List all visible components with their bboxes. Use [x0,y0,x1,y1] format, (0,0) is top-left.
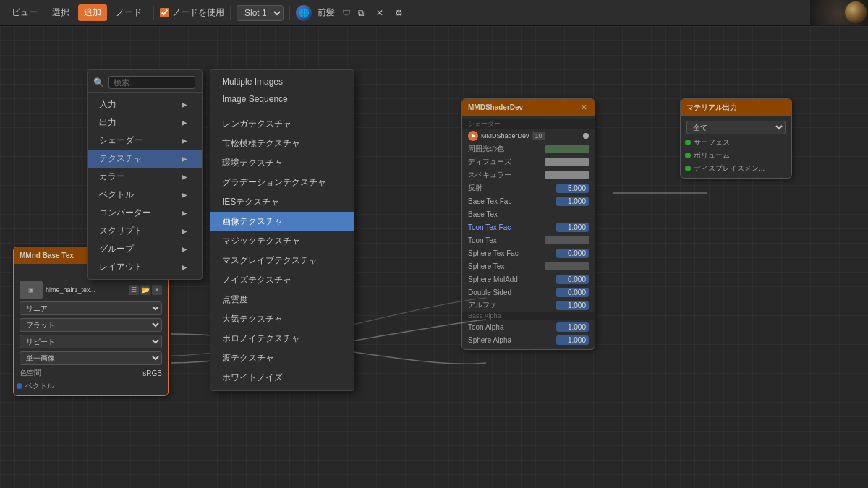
mmd-spheretex-color[interactable] [545,262,589,270]
menu-item-texture[interactable]: テクスチャ ▶ [88,150,202,168]
search-icon: 🔍 [93,77,104,87]
submenu-separator-1 [210,111,354,111]
menu-item-script[interactable]: スクリプト ▶ [88,222,202,240]
toolbar: ビュー 選択 追加 ノード ノードを使用 Slot 1 🌐 前髪 🛡 ⧉ ✕ ⚙ [0,0,868,26]
img-thumbnail: ▣ [20,281,43,299]
basetex-linear-row: リニア [14,300,168,317]
use-nodes-checkbox-label[interactable]: ノードを使用 [160,7,224,19]
submenu-environment[interactable]: 環境テクスチャ [210,153,354,173]
mmd-spheretexfac-value[interactable]: 0.000 [556,249,589,258]
img-browse-btn[interactable]: ☰ [129,285,139,295]
surface-socket-dot [685,140,691,145]
material-dropdown[interactable]: 全て [686,121,786,134]
use-nodes-checkbox[interactable] [160,8,169,17]
surface-label: サーフェス [694,137,730,147]
mmd-basetexfac-value[interactable]: 1.000 [556,197,589,206]
basetex-vector-label: ベクトル [25,381,54,391]
displacement-socket-dot [685,166,691,171]
mmd-doublesided-row: Double Sided 0.000 [462,286,595,299]
mmd-toontex-row: Toon Tex [462,234,595,247]
material-output-node[interactable]: マテリアル出力 全て サーフェス ボリューム ディスプレイスメン... [680,98,792,179]
material-volume-socket: ボリューム [681,149,791,162]
mmd-node-close[interactable]: ✕ [579,103,589,112]
submenu-wave[interactable]: 渡テクスチャ [210,348,354,368]
menu-search-input[interactable] [109,76,195,89]
arrow-icon: ▶ [182,137,187,145]
mmd-spherealpha-label: Sphere Alpha [468,336,511,344]
mmd-node-header[interactable]: MMDShaderDev ✕ [462,99,595,116]
shield-icon: 🛡 [342,8,351,18]
mmd-toonalpha-value[interactable]: 1.000 [556,322,589,332]
mmd-toontex-label: Toon Tex [468,236,497,244]
copy-button[interactable]: ⧉ [354,7,369,20]
submenu-checker[interactable]: 市松模様テクスチャ [210,134,354,153]
menu-item-label: グループ [99,243,134,255]
toolbar-add[interactable]: 追加 [78,4,107,21]
mmd-reflect-value[interactable]: 5.000 [556,184,589,193]
submenu-musgrave[interactable]: マスグレイブテクスチャ [210,251,354,270]
menu-item-label: 出力 [99,116,116,129]
submenu-point-density[interactable]: 点雲度 [210,290,354,309]
menu-item-input[interactable]: 入力 ▶ [88,95,202,114]
mmd-node-title: MMDShaderDev [468,103,523,111]
mmd-diffuse-color[interactable] [545,158,589,166]
menu-item-output[interactable]: 出力 ▶ [88,114,202,132]
submenu-brick[interactable]: レンガテクスチャ [210,114,354,134]
mmd-specular-color[interactable] [545,171,589,179]
mmd-alpha-value[interactable]: 1.000 [556,301,589,310]
basetex-single-select[interactable]: 単一画像 [20,351,162,365]
submenu-magic[interactable]: マジックテクスチャ [210,231,354,251]
basetex-repeat-row: リピート [14,333,168,350]
submenu-image-texture[interactable]: 画像テクスチャ [210,212,354,231]
menu-item-label: スクリプト [99,225,142,237]
menu-item-converter[interactable]: コンバーター ▶ [88,204,202,222]
mmd-specular-row: スペキュラー [462,168,595,181]
menu-item-shader[interactable]: シェーダー ▶ [88,132,202,150]
mmd-alpha-label: アルファ [468,300,497,310]
mmd-ambient-row: 周囲光の色 [462,142,595,155]
mmd-doublesided-value[interactable]: 0.000 [556,288,589,297]
submenu-voronoi[interactable]: ボロノイテクスチャ [210,329,354,348]
basetex-repeat-select[interactable]: リピート [20,335,162,348]
settings-button[interactable]: ⚙ [391,7,407,20]
add-dropdown-menu: 🔍 入力 ▶ 出力 ▶ シェーダー ▶ テクスチャ ▶ カラー ▶ ベクトル ▶… [87,69,203,280]
toolbar-view[interactable]: ビュー [6,4,43,21]
submenu-white-noise[interactable]: ホワイトノイズ [210,368,354,388]
mmd-shader-label: シェーダー [462,119,595,129]
mmd-ambient-color[interactable] [545,145,589,153]
mmd-basetexfac-label: Base Tex Fac [468,197,511,205]
submenu-multiple-images[interactable]: Multiple Images [210,73,354,90]
slot-select[interactable]: Slot 1 [237,5,284,21]
basetex-flat-select[interactable]: フラット [20,318,162,332]
img-browse2-btn[interactable]: 📂 [140,285,150,295]
menu-item-vector[interactable]: ベクトル ▶ [88,186,202,204]
mmd-spheretex-row: Sphere Tex [462,260,595,273]
mmd-spherealpha-value[interactable]: 1.000 [556,335,589,345]
use-nodes-label: ノードを使用 [172,7,224,19]
submenu-ies[interactable]: IESテクスチャ [210,192,354,212]
mmd-shader-node[interactable]: MMDShaderDev ✕ シェーダー ▶ MMDShaderDev 10 周… [461,98,595,350]
close-button[interactable]: ✕ [372,7,388,20]
mmd-spheremuladd-value[interactable]: 0.000 [556,275,589,284]
mmd-ambient-label: 周囲光の色 [468,144,504,154]
basetex-img-row: ▣ hime_hair1_tex... ☰ 📂 ✕ [14,280,168,300]
toolbar-select[interactable]: 選択 [46,4,75,21]
separator-2 [230,6,231,20]
img-remove-btn[interactable]: ✕ [152,285,162,295]
menu-item-layout[interactable]: レイアウト ▶ [88,258,202,276]
basetex-linear-select[interactable]: リニア [20,301,162,315]
arrow-icon: ▶ [182,245,187,253]
menu-item-color[interactable]: カラー ▶ [88,168,202,186]
node-canvas[interactable]: 🔍 入力 ▶ 出力 ▶ シェーダー ▶ テクスチャ ▶ カラー ▶ ベクトル ▶… [0,26,868,488]
menu-item-group[interactable]: グループ ▶ [88,240,202,258]
submenu-sky[interactable]: 大気テクスチャ [210,309,354,329]
submenu-gradient[interactable]: グラデーションテクスチャ [210,173,354,192]
mmd-toontex-color[interactable] [545,236,589,244]
basetex-colorspace-row: 色空間 sRGB [14,367,168,380]
toolbar-node[interactable]: ノード [110,4,148,21]
mmd-toontexfac-value[interactable]: 1.000 [556,223,589,232]
submenu-noise[interactable]: ノイズテクスチャ [210,270,354,290]
submenu-image-sequence[interactable]: Image Sequence [210,90,354,108]
mmd-badge: 10 [532,132,545,140]
material-node-header[interactable]: マテリアル出力 [681,99,791,116]
